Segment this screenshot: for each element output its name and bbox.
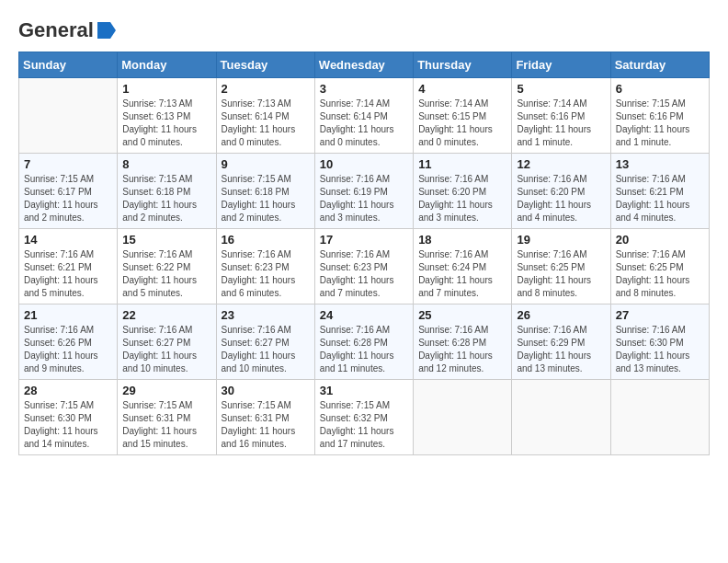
- day-info: Sunrise: 7:16 AM Sunset: 6:19 PM Dayligh…: [320, 174, 394, 223]
- week-row-2: 7Sunrise: 7:15 AM Sunset: 6:17 PM Daylig…: [19, 154, 710, 229]
- day-cell: [512, 380, 610, 455]
- day-number: 29: [122, 384, 210, 397]
- day-info: Sunrise: 7:16 AM Sunset: 6:23 PM Dayligh…: [320, 249, 394, 298]
- day-cell: 15Sunrise: 7:16 AM Sunset: 6:22 PM Dayli…: [118, 229, 216, 304]
- day-number: 17: [320, 233, 408, 247]
- day-info: Sunrise: 7:16 AM Sunset: 6:20 PM Dayligh…: [517, 174, 591, 223]
- day-info: Sunrise: 7:15 AM Sunset: 6:31 PM Dayligh…: [122, 400, 197, 449]
- day-number: 4: [418, 82, 506, 96]
- day-cell: 16Sunrise: 7:16 AM Sunset: 6:23 PM Dayli…: [216, 229, 314, 304]
- day-cell: 26Sunrise: 7:16 AM Sunset: 6:29 PM Dayli…: [512, 304, 610, 380]
- day-info: Sunrise: 7:16 AM Sunset: 6:23 PM Dayligh…: [222, 249, 296, 298]
- page-header: General: [18, 18, 710, 42]
- day-cell: 2Sunrise: 7:13 AM Sunset: 6:14 PM Daylig…: [216, 78, 314, 154]
- day-info: Sunrise: 7:16 AM Sunset: 6:28 PM Dayligh…: [418, 325, 493, 373]
- col-header-thursday: Thursday: [414, 52, 512, 78]
- logo-arrow-icon: [96, 20, 116, 40]
- day-info: Sunrise: 7:15 AM Sunset: 6:18 PM Dayligh…: [222, 174, 296, 223]
- day-cell: 10Sunrise: 7:16 AM Sunset: 6:19 PM Dayli…: [314, 154, 413, 229]
- day-cell: 8Sunrise: 7:15 AM Sunset: 6:18 PM Daylig…: [118, 154, 216, 229]
- day-cell: 9Sunrise: 7:15 AM Sunset: 6:18 PM Daylig…: [216, 154, 314, 229]
- day-info: Sunrise: 7:16 AM Sunset: 6:27 PM Dayligh…: [222, 325, 296, 373]
- logo-general: General: [18, 18, 94, 42]
- day-info: Sunrise: 7:16 AM Sunset: 6:21 PM Dayligh…: [24, 249, 98, 298]
- day-cell: 27Sunrise: 7:16 AM Sunset: 6:30 PM Dayli…: [610, 304, 709, 380]
- day-info: Sunrise: 7:16 AM Sunset: 6:28 PM Dayligh…: [320, 325, 394, 373]
- day-number: 31: [320, 384, 408, 397]
- day-number: 14: [24, 233, 112, 247]
- day-number: 1: [122, 82, 210, 96]
- day-cell: 17Sunrise: 7:16 AM Sunset: 6:23 PM Dayli…: [314, 229, 413, 304]
- week-row-5: 28Sunrise: 7:15 AM Sunset: 6:30 PM Dayli…: [19, 380, 710, 455]
- day-cell: 29Sunrise: 7:15 AM Sunset: 6:31 PM Dayli…: [118, 380, 216, 455]
- calendar-table: SundayMondayTuesdayWednesdayThursdayFrid…: [18, 52, 710, 455]
- day-cell: 12Sunrise: 7:16 AM Sunset: 6:20 PM Dayli…: [512, 154, 610, 229]
- day-info: Sunrise: 7:15 AM Sunset: 6:16 PM Dayligh…: [616, 98, 690, 147]
- day-info: Sunrise: 7:16 AM Sunset: 6:20 PM Dayligh…: [418, 174, 493, 223]
- day-number: 8: [122, 157, 210, 171]
- day-info: Sunrise: 7:15 AM Sunset: 6:17 PM Dayligh…: [24, 174, 98, 223]
- day-info: Sunrise: 7:13 AM Sunset: 6:13 PM Dayligh…: [122, 98, 197, 147]
- day-info: Sunrise: 7:16 AM Sunset: 6:25 PM Dayligh…: [616, 249, 690, 298]
- day-cell: 18Sunrise: 7:16 AM Sunset: 6:24 PM Dayli…: [414, 229, 512, 304]
- week-row-4: 21Sunrise: 7:16 AM Sunset: 6:26 PM Dayli…: [19, 304, 710, 380]
- day-info: Sunrise: 7:16 AM Sunset: 6:21 PM Dayligh…: [616, 174, 690, 223]
- day-number: 9: [222, 157, 310, 171]
- svg-marker-0: [97, 22, 116, 39]
- day-cell: 25Sunrise: 7:16 AM Sunset: 6:28 PM Dayli…: [414, 304, 512, 380]
- day-info: Sunrise: 7:16 AM Sunset: 6:26 PM Dayligh…: [24, 325, 98, 373]
- day-number: 18: [418, 233, 506, 247]
- col-header-friday: Friday: [512, 52, 610, 78]
- day-number: 16: [222, 233, 310, 247]
- day-number: 3: [320, 82, 408, 96]
- day-number: 26: [517, 308, 605, 322]
- day-number: 2: [222, 82, 310, 96]
- day-info: Sunrise: 7:15 AM Sunset: 6:31 PM Dayligh…: [222, 400, 296, 449]
- day-cell: 1Sunrise: 7:13 AM Sunset: 6:13 PM Daylig…: [118, 78, 216, 154]
- day-number: 10: [320, 157, 408, 171]
- col-header-saturday: Saturday: [610, 52, 709, 78]
- col-header-sunday: Sunday: [19, 52, 118, 78]
- day-info: Sunrise: 7:15 AM Sunset: 6:30 PM Dayligh…: [24, 400, 98, 449]
- day-cell: 11Sunrise: 7:16 AM Sunset: 6:20 PM Dayli…: [414, 154, 512, 229]
- day-info: Sunrise: 7:16 AM Sunset: 6:29 PM Dayligh…: [517, 325, 591, 373]
- logo: General: [18, 18, 116, 42]
- day-number: 13: [616, 157, 704, 171]
- day-info: Sunrise: 7:16 AM Sunset: 6:22 PM Dayligh…: [122, 249, 197, 298]
- header-row: SundayMondayTuesdayWednesdayThursdayFrid…: [19, 52, 710, 78]
- day-info: Sunrise: 7:14 AM Sunset: 6:15 PM Dayligh…: [418, 98, 493, 147]
- day-info: Sunrise: 7:16 AM Sunset: 6:30 PM Dayligh…: [616, 325, 690, 373]
- day-cell: 4Sunrise: 7:14 AM Sunset: 6:15 PM Daylig…: [414, 78, 512, 154]
- day-number: 12: [517, 157, 605, 171]
- day-cell: 13Sunrise: 7:16 AM Sunset: 6:21 PM Dayli…: [610, 154, 709, 229]
- day-cell: 20Sunrise: 7:16 AM Sunset: 6:25 PM Dayli…: [610, 229, 709, 304]
- day-info: Sunrise: 7:13 AM Sunset: 6:14 PM Dayligh…: [222, 98, 296, 147]
- week-row-3: 14Sunrise: 7:16 AM Sunset: 6:21 PM Dayli…: [19, 229, 710, 304]
- day-number: 20: [616, 233, 704, 247]
- day-cell: 19Sunrise: 7:16 AM Sunset: 6:25 PM Dayli…: [512, 229, 610, 304]
- day-cell: 5Sunrise: 7:14 AM Sunset: 6:16 PM Daylig…: [512, 78, 610, 154]
- day-info: Sunrise: 7:15 AM Sunset: 6:18 PM Dayligh…: [122, 174, 197, 223]
- day-cell: 22Sunrise: 7:16 AM Sunset: 6:27 PM Dayli…: [118, 304, 216, 380]
- col-header-monday: Monday: [118, 52, 216, 78]
- col-header-tuesday: Tuesday: [216, 52, 314, 78]
- day-info: Sunrise: 7:16 AM Sunset: 6:25 PM Dayligh…: [517, 249, 591, 298]
- day-cell: 28Sunrise: 7:15 AM Sunset: 6:30 PM Dayli…: [19, 380, 118, 455]
- day-info: Sunrise: 7:16 AM Sunset: 6:24 PM Dayligh…: [418, 249, 493, 298]
- day-info: Sunrise: 7:14 AM Sunset: 6:16 PM Dayligh…: [517, 98, 591, 147]
- day-cell: [19, 78, 118, 154]
- day-number: 15: [122, 233, 210, 247]
- day-number: 24: [320, 308, 408, 322]
- day-number: 28: [24, 384, 112, 397]
- day-info: Sunrise: 7:15 AM Sunset: 6:32 PM Dayligh…: [320, 400, 394, 449]
- day-cell: 14Sunrise: 7:16 AM Sunset: 6:21 PM Dayli…: [19, 229, 118, 304]
- day-cell: 23Sunrise: 7:16 AM Sunset: 6:27 PM Dayli…: [216, 304, 314, 380]
- week-row-1: 1Sunrise: 7:13 AM Sunset: 6:13 PM Daylig…: [19, 78, 710, 154]
- day-number: 5: [517, 82, 605, 96]
- day-number: 27: [616, 308, 704, 322]
- day-number: 19: [517, 233, 605, 247]
- day-cell: 24Sunrise: 7:16 AM Sunset: 6:28 PM Dayli…: [314, 304, 413, 380]
- day-cell: 7Sunrise: 7:15 AM Sunset: 6:17 PM Daylig…: [19, 154, 118, 229]
- day-number: 7: [24, 157, 112, 171]
- day-info: Sunrise: 7:16 AM Sunset: 6:27 PM Dayligh…: [122, 325, 197, 373]
